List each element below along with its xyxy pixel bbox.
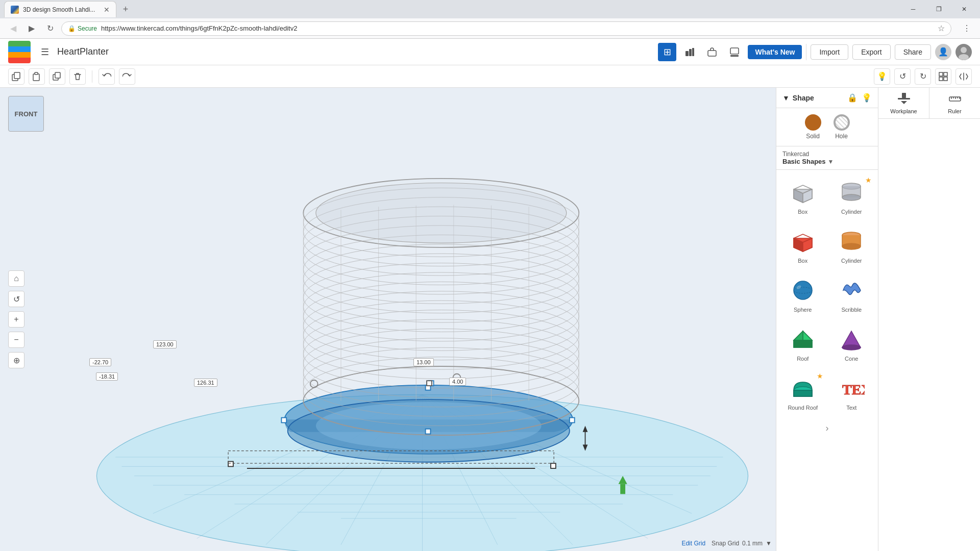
solid-type-item[interactable]: Solid <box>805 114 821 140</box>
user-avatar[interactable] <box>955 44 972 60</box>
svg-rect-75 <box>281 418 286 423</box>
shape-item-box-gray[interactable]: Box <box>780 174 825 219</box>
divider <box>806 44 806 60</box>
shape-item-round-roof-teal[interactable]: ★ Round Roof <box>780 370 825 415</box>
undo-button[interactable] <box>99 68 115 85</box>
chevron-right-icon[interactable]: › <box>826 423 829 434</box>
toolbar: 💡 ↺ ↻ <box>0 65 980 88</box>
minimize-button[interactable]: ─ <box>901 1 925 17</box>
shape-label-cone-purple: Cone <box>845 356 858 362</box>
hamburger-menu[interactable]: ☰ <box>41 46 49 58</box>
bottom-status: Edit Grid Snap Grid 0.1 mm ▼ <box>681 540 772 547</box>
shape-item-cone-purple[interactable]: Cone <box>829 321 874 366</box>
whats-new-button[interactable]: What's New <box>748 45 802 59</box>
forward-button[interactable]: ▶ <box>24 21 39 36</box>
secure-label: Secure <box>78 25 97 32</box>
export-button[interactable]: Export <box>852 44 890 60</box>
light-icon[interactable]: 💡 <box>862 93 872 103</box>
tab-close-button[interactable]: ✕ <box>104 6 110 14</box>
svg-rect-124 <box>794 390 812 396</box>
mirror-button[interactable] <box>955 68 972 85</box>
import-button[interactable]: Import <box>811 44 848 60</box>
svg-point-112 <box>842 243 861 249</box>
snap-grid-label: Snap Grid <box>712 540 739 547</box>
avatar[interactable]: 👤 <box>935 44 951 60</box>
category-selector[interactable]: Tinkercad Basic Shapes ▼ <box>776 146 878 170</box>
shape-label-roof-green: Roof <box>797 356 808 362</box>
app: ☰ HeartPlanter ⊞ <box>0 39 980 551</box>
shape-thumb-cylinder-gray <box>837 178 866 207</box>
close-button[interactable]: ✕ <box>952 1 976 17</box>
shape-thumb-roof-green <box>789 325 817 354</box>
svg-marker-128 <box>901 101 907 104</box>
grid-view-button[interactable]: ⊞ <box>658 43 676 61</box>
svg-rect-1 <box>689 49 692 56</box>
svg-point-103 <box>842 194 861 201</box>
share-button[interactable]: Share <box>895 44 931 60</box>
build-button[interactable] <box>680 43 699 61</box>
rotate-ccw-button[interactable]: ↺ <box>894 68 911 85</box>
browser-tab[interactable]: 3D design Smooth Lahdi... ✕ <box>4 1 116 17</box>
shape-item-scribble[interactable]: Scribble <box>829 272 874 317</box>
lock-icon: 🔒 <box>68 25 76 32</box>
shape-item-roof-green[interactable]: Roof <box>780 321 825 366</box>
category-label: Tinkercad <box>782 151 834 158</box>
star-badge-round-roof: ★ <box>817 372 823 380</box>
svg-point-52 <box>303 254 579 322</box>
address-bar[interactable]: 🔒 Secure https://www.tinkercad.com/thing… <box>61 21 951 36</box>
grid-toggle-button[interactable] <box>935 68 951 85</box>
window-controls: ─ ❐ ✕ <box>901 1 976 17</box>
rotate-cw-button[interactable]: ↻ <box>915 68 931 85</box>
restore-button[interactable]: ❐ <box>927 1 950 17</box>
shape-item-cylinder-orange[interactable]: Cylinder <box>829 223 874 268</box>
viewport[interactable]: FRONT ⌂ ↺ + − ⊕ <box>0 88 776 551</box>
scroll-more[interactable]: › <box>776 419 878 438</box>
stamp-button[interactable] <box>725 43 744 61</box>
3d-scene <box>0 88 776 551</box>
svg-rect-120 <box>794 340 812 347</box>
refresh-button[interactable]: ↻ <box>43 21 57 36</box>
toolbar-divider <box>92 70 92 83</box>
shape-item-text-red[interactable]: TEXT Text <box>829 370 874 415</box>
shape-item-sphere-blue[interactable]: Sphere <box>780 272 825 317</box>
svg-point-54 <box>303 272 579 341</box>
ruler-button[interactable]: Ruler <box>929 88 980 118</box>
extensions-button[interactable]: ⋮ <box>960 21 974 36</box>
hole-shape[interactable] <box>834 114 850 131</box>
shape-label-text-red: Text <box>846 405 856 411</box>
edit-grid-label[interactable]: Edit Grid <box>681 540 705 547</box>
bookmark-icon[interactable]: ☆ <box>938 23 945 33</box>
back-button[interactable]: ◀ <box>6 21 20 36</box>
svg-rect-14 <box>939 72 943 76</box>
lock-icon[interactable]: 🔒 <box>847 93 857 103</box>
svg-rect-76 <box>570 418 575 423</box>
hole-type-item[interactable]: Hole <box>834 114 850 140</box>
solid-shape[interactable] <box>805 114 821 131</box>
copy-button[interactable] <box>8 68 24 85</box>
new-tab-button[interactable]: + <box>118 2 133 16</box>
shape-label-cylinder-gray: Cylinder <box>841 209 862 215</box>
briefcase-button[interactable] <box>703 43 721 61</box>
snap-dropdown-icon[interactable]: ▼ <box>766 540 772 547</box>
z-offset-measurement: 4.00 <box>449 378 466 386</box>
workplane-button[interactable]: Workplane <box>878 88 929 118</box>
delete-button[interactable] <box>69 68 86 85</box>
light-icon[interactable]: 💡 <box>874 68 890 85</box>
svg-rect-90 <box>620 484 625 494</box>
redo-button[interactable] <box>119 68 135 85</box>
duplicate-button[interactable] <box>49 68 65 85</box>
browser-extras: ⋮ <box>960 21 974 36</box>
shape-thumb-sphere-blue <box>789 276 817 305</box>
svg-rect-0 <box>685 51 689 56</box>
svg-point-74 <box>316 183 567 243</box>
shape-item-box-red[interactable]: Box <box>780 223 825 268</box>
shape-grid: Box ★ Cylinder <box>776 170 878 419</box>
shape-panel-title: ▼ Shape <box>782 94 814 102</box>
svg-rect-4 <box>730 48 739 54</box>
svg-point-56 <box>303 291 579 360</box>
shape-label-box-red: Box <box>798 258 807 264</box>
category-dropdown[interactable]: Basic Shapes ▼ <box>782 158 834 165</box>
right-sidebar: Workplane Ruler <box>878 88 980 551</box>
paste-button[interactable] <box>29 68 45 85</box>
shape-item-cylinder-gray[interactable]: ★ Cylinder <box>829 174 874 219</box>
